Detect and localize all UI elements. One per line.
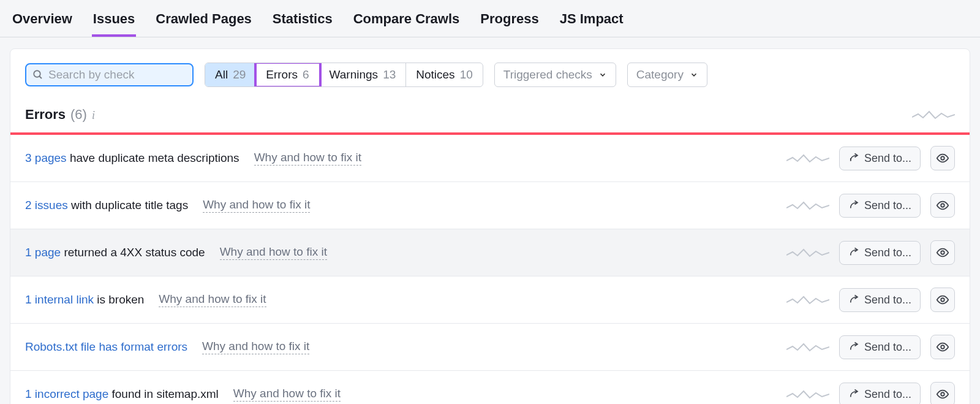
svg-point-7 — [941, 392, 944, 396]
issue-row[interactable]: 1 incorrect page found in sitemap.xml Wh… — [10, 371, 970, 404]
view-button[interactable] — [930, 382, 955, 404]
sparkline-icon — [786, 388, 829, 400]
share-arrow-icon — [848, 341, 859, 353]
send-to-label: Send to... — [864, 246, 911, 259]
view-button[interactable] — [930, 193, 955, 218]
nav-tab-compare-crawls[interactable]: Compare Crawls — [352, 6, 461, 37]
issues-list: 3 pages have duplicate meta descriptions… — [10, 135, 970, 404]
send-to-label: Send to... — [864, 152, 911, 165]
toolbar: All 29 Errors 6 Warnings 13 Notices 10 T… — [10, 49, 970, 98]
triggered-checks-dropdown[interactable]: Triggered checks — [494, 63, 616, 87]
svg-point-6 — [941, 345, 944, 349]
issues-panel: All 29 Errors 6 Warnings 13 Notices 10 T… — [10, 48, 970, 404]
filter-segments: All 29 Errors 6 Warnings 13 Notices 10 — [205, 63, 483, 87]
filter-count: 29 — [233, 68, 246, 82]
issue-link[interactable]: Robots.txt file has format errors — [25, 340, 187, 353]
view-button[interactable] — [930, 335, 955, 359]
issue-text: Robots.txt file has format errors — [25, 340, 187, 354]
issue-text: 1 page returned a 4XX status code — [25, 246, 205, 259]
nav-tab-overview[interactable]: Overview — [11, 6, 74, 37]
filter-count: 6 — [303, 68, 309, 82]
search-input[interactable] — [48, 68, 186, 82]
send-to-button[interactable]: Send to... — [839, 288, 921, 312]
share-arrow-icon — [848, 294, 859, 305]
filter-count: 10 — [460, 68, 473, 82]
filter-label: All — [215, 68, 228, 82]
issue-row[interactable]: 2 issues with duplicate title tags Why a… — [10, 182, 970, 229]
why-how-fix-link[interactable]: Why and how to fix it — [203, 198, 310, 213]
eye-icon — [936, 293, 949, 307]
dropdown-label: Triggered checks — [503, 68, 592, 82]
info-icon[interactable]: i — [92, 109, 95, 122]
send-to-label: Send to... — [864, 388, 911, 401]
filter-label: Warnings — [330, 68, 379, 82]
sparkline-icon — [786, 246, 829, 259]
why-how-fix-link[interactable]: Why and how to fix it — [202, 340, 309, 354]
svg-point-3 — [941, 204, 944, 207]
nav-tab-crawled-pages[interactable]: Crawled Pages — [154, 6, 253, 37]
why-how-fix-link[interactable]: Why and how to fix it — [159, 292, 266, 307]
share-arrow-icon — [848, 247, 859, 258]
section-header: Errors (6) i — [10, 98, 970, 135]
view-button[interactable] — [930, 146, 955, 170]
share-arrow-icon — [848, 200, 859, 211]
search-field[interactable] — [25, 63, 194, 86]
eye-icon — [936, 340, 949, 354]
why-how-fix-link[interactable]: Why and how to fix it — [220, 245, 327, 260]
send-to-button[interactable]: Send to... — [839, 147, 921, 170]
issue-row[interactable]: 1 internal link is broken Why and how to… — [10, 276, 970, 324]
chevron-down-icon — [690, 71, 698, 79]
issue-text: 1 internal link is broken — [25, 293, 144, 307]
issue-row[interactable]: Robots.txt file has format errors Why an… — [10, 324, 970, 371]
send-to-label: Send to... — [864, 341, 911, 354]
share-arrow-icon — [848, 153, 859, 164]
issue-row[interactable]: 3 pages have duplicate meta descriptions… — [10, 135, 970, 182]
sparkline-icon — [786, 341, 829, 353]
issue-row[interactable]: 1 page returned a 4XX status code Why an… — [10, 229, 970, 276]
sparkline-icon — [786, 152, 829, 164]
send-to-button[interactable]: Send to... — [839, 335, 921, 359]
issue-text: 2 issues with duplicate title tags — [25, 199, 188, 212]
send-to-label: Send to... — [864, 294, 911, 307]
eye-icon — [936, 151, 949, 165]
issue-text: 1 incorrect page found in sitemap.xml — [25, 387, 219, 401]
filter-warnings[interactable]: Warnings 13 — [320, 63, 407, 86]
filter-notices[interactable]: Notices 10 — [406, 63, 483, 86]
why-how-fix-link[interactable]: Why and how to fix it — [233, 387, 341, 402]
section-count: (6) — [70, 107, 87, 123]
issue-text: 3 pages have duplicate meta descriptions — [25, 151, 239, 165]
section-title: Errors — [25, 107, 66, 123]
nav-tab-js-impact[interactable]: JS Impact — [559, 6, 625, 37]
eye-icon — [936, 387, 949, 401]
category-dropdown[interactable]: Category — [627, 63, 707, 87]
send-to-button[interactable]: Send to... — [839, 194, 921, 218]
filter-all[interactable]: All 29 — [205, 63, 256, 86]
nav-tab-progress[interactable]: Progress — [479, 6, 540, 37]
share-arrow-icon — [848, 389, 859, 400]
issue-link[interactable]: 1 internal link — [25, 293, 94, 306]
why-how-fix-link[interactable]: Why and how to fix it — [254, 151, 361, 166]
svg-line-1 — [39, 76, 42, 78]
svg-point-0 — [34, 71, 40, 77]
nav-tab-statistics[interactable]: Statistics — [271, 6, 334, 37]
top-nav: Overview Issues Crawled Pages Statistics… — [0, 0, 980, 37]
filter-count: 13 — [383, 68, 396, 82]
chevron-down-icon — [598, 71, 607, 79]
issue-link[interactable]: 2 issues — [25, 199, 68, 212]
eye-icon — [936, 199, 949, 212]
send-to-button[interactable]: Send to... — [839, 241, 921, 265]
sparkline-icon — [786, 199, 829, 212]
filter-label: Notices — [416, 68, 454, 82]
issue-link[interactable]: 1 incorrect page — [25, 387, 108, 400]
issue-link[interactable]: 1 page — [25, 246, 61, 259]
search-icon — [32, 69, 43, 80]
nav-tab-issues[interactable]: Issues — [92, 6, 137, 37]
sparkline-icon — [912, 109, 955, 121]
issue-link[interactable]: 3 pages — [25, 151, 67, 164]
send-to-button[interactable]: Send to... — [839, 383, 921, 405]
view-button[interactable] — [930, 288, 955, 312]
view-button[interactable] — [930, 240, 955, 265]
svg-point-5 — [941, 298, 944, 302]
svg-point-2 — [941, 156, 944, 160]
filter-errors[interactable]: Errors 6 — [256, 63, 319, 86]
